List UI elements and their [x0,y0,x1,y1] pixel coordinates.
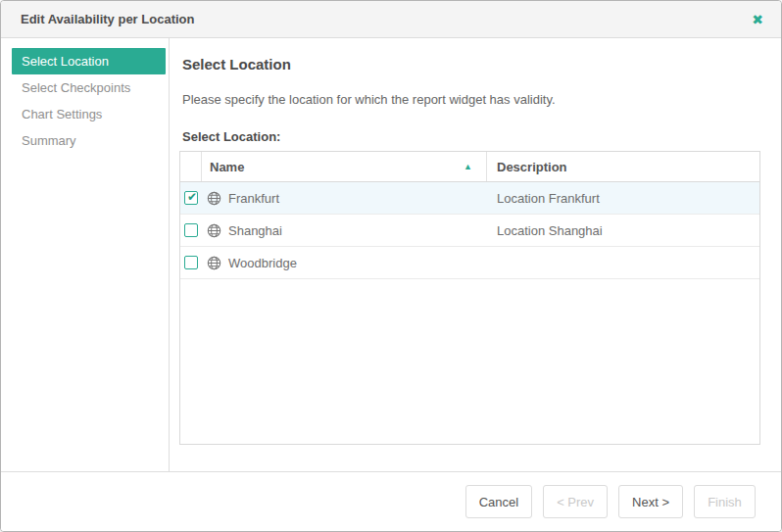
globe-icon [207,223,221,238]
sidebar-item-select-checkpoints[interactable]: Select Checkpoints [12,74,166,101]
checkbox-cell: ✔ [180,191,202,205]
sidebar-item-chart-settings[interactable]: Chart Settings [12,101,166,127]
dialog-body: Select LocationSelect CheckpointsChart S… [1,38,781,471]
table-label: Select Location: [182,129,761,144]
location-name: Shanghai [228,223,282,238]
name-cell: Woodbridge [202,256,487,270]
edit-availability-dialog: Edit Availability per Location ✖ Select … [0,0,782,532]
sidebar-item-select-location[interactable]: Select Location [12,48,166,74]
checkbox-cell [180,256,202,269]
location-name: Woodbridge [228,256,297,270]
column-header-name[interactable]: Name ▲ [202,152,487,181]
sidebar-item-summary[interactable]: Summary [12,127,166,154]
name-cell: Shanghai [202,223,487,238]
table-row[interactable]: Woodbridge [180,247,759,279]
table-body: ✔FrankfurtLocation FrankfurtShanghaiLoca… [180,182,759,444]
column-header-checkbox [180,152,202,181]
close-icon[interactable]: ✖ [752,13,763,26]
dialog-title: Edit Availability per Location [21,12,752,26]
name-cell: Frankfurt [202,191,487,206]
dialog-footer: Cancel< PrevNext >Finish [1,471,781,531]
row-checkbox-unchecked[interactable] [184,223,198,237]
step-description: Please specify the location for which th… [182,92,761,107]
wizard-step-list: Select LocationSelect CheckpointsChart S… [1,38,170,471]
row-checkbox-checked[interactable]: ✔ [184,191,198,205]
next-button[interactable]: Next > [618,485,683,518]
locations-table: Name ▲ Description ✔FrankfurtLocation Fr… [179,151,760,445]
prev-button: < Prev [543,485,608,518]
row-checkbox-unchecked[interactable] [184,256,198,269]
checkmark-icon: ✔ [187,191,197,203]
column-header-description[interactable]: Description [487,152,759,181]
dialog-header: Edit Availability per Location ✖ [1,1,781,38]
page-title: Select Location [182,56,761,73]
finish-button: Finish [694,485,756,518]
table-header-row: Name ▲ Description [180,152,759,182]
column-header-name-label: Name [210,160,244,174]
cancel-button[interactable]: Cancel [465,485,532,518]
table-row[interactable]: ✔FrankfurtLocation Frankfurt [180,182,759,215]
description-cell: Location Shanghai [487,223,759,238]
table-row[interactable]: ShanghaiLocation Shanghai [180,215,759,247]
sort-ascending-icon: ▲ [464,163,472,171]
globe-icon [207,191,221,206]
step-content: Select Location Please specify the locat… [170,38,781,471]
checkbox-cell [180,223,202,237]
location-name: Frankfurt [228,191,279,206]
description-cell: Location Frankfurt [487,191,759,206]
globe-icon [207,256,221,270]
